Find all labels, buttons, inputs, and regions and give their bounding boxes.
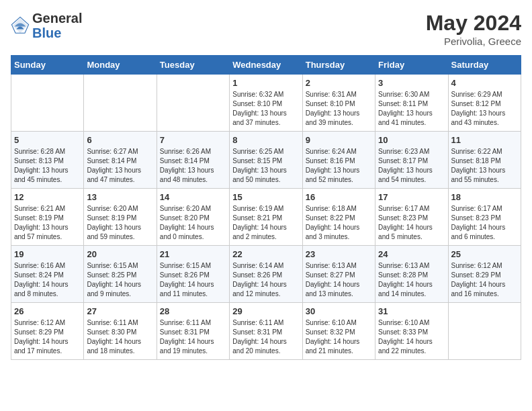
day-number: 23 [306, 249, 372, 259]
calendar-week-row: 12Sunrise: 6:21 AM Sunset: 8:19 PM Dayli… [11, 189, 521, 246]
day-number: 24 [378, 249, 445, 259]
logo-general-text: General [32, 11, 82, 26]
day-number: 3 [378, 78, 445, 88]
logo-icon [11, 16, 30, 35]
calendar-week-row: 26Sunrise: 6:12 AM Sunset: 8:29 PM Dayli… [11, 303, 521, 360]
table-row: 17Sunrise: 6:17 AM Sunset: 8:23 PM Dayli… [375, 189, 448, 246]
day-info: Sunrise: 6:22 AM Sunset: 8:18 PM Dayligh… [451, 147, 518, 185]
table-row: 22Sunrise: 6:14 AM Sunset: 8:26 PM Dayli… [230, 246, 302, 303]
day-number: 30 [306, 306, 372, 316]
day-info: Sunrise: 6:16 AM Sunset: 8:24 PM Dayligh… [14, 261, 81, 299]
table-row [11, 75, 84, 132]
table-row: 28Sunrise: 6:11 AM Sunset: 8:31 PM Dayli… [157, 303, 229, 360]
header-saturday: Saturday [448, 56, 521, 75]
day-number: 9 [306, 135, 372, 145]
day-info: Sunrise: 6:28 AM Sunset: 8:13 PM Dayligh… [14, 147, 81, 185]
header-monday: Monday [84, 56, 157, 75]
calendar-table: Sunday Monday Tuesday Wednesday Thursday… [11, 55, 521, 360]
day-info: Sunrise: 6:26 AM Sunset: 8:14 PM Dayligh… [160, 147, 226, 185]
page-header: General Blue May 2024 Perivolia, Greece [11, 11, 521, 47]
day-info: Sunrise: 6:19 AM Sunset: 8:21 PM Dayligh… [232, 204, 299, 242]
calendar-week-row: 1Sunrise: 6:32 AM Sunset: 8:10 PM Daylig… [11, 75, 521, 132]
day-info: Sunrise: 6:14 AM Sunset: 8:26 PM Dayligh… [232, 261, 299, 299]
table-row: 25Sunrise: 6:12 AM Sunset: 8:29 PM Dayli… [448, 246, 521, 303]
day-number: 19 [14, 249, 81, 259]
logo-blue-text: Blue [32, 26, 61, 40]
header-friday: Friday [375, 56, 448, 75]
table-row [448, 303, 521, 360]
day-number: 11 [451, 135, 518, 145]
table-row: 27Sunrise: 6:11 AM Sunset: 8:30 PM Dayli… [84, 303, 157, 360]
table-row: 14Sunrise: 6:20 AM Sunset: 8:20 PM Dayli… [157, 189, 229, 246]
day-number: 5 [14, 135, 81, 145]
day-info: Sunrise: 6:31 AM Sunset: 8:10 PM Dayligh… [306, 90, 372, 128]
day-info: Sunrise: 6:27 AM Sunset: 8:14 PM Dayligh… [87, 147, 153, 185]
table-row: 19Sunrise: 6:16 AM Sunset: 8:24 PM Dayli… [11, 246, 84, 303]
day-number: 31 [378, 306, 445, 316]
day-number: 8 [232, 135, 299, 145]
day-number: 20 [87, 249, 153, 259]
table-row: 21Sunrise: 6:15 AM Sunset: 8:26 PM Dayli… [157, 246, 229, 303]
day-info: Sunrise: 6:32 AM Sunset: 8:10 PM Dayligh… [232, 90, 299, 128]
table-row [84, 75, 157, 132]
day-number: 27 [87, 306, 153, 316]
table-row: 20Sunrise: 6:15 AM Sunset: 8:25 PM Dayli… [84, 246, 157, 303]
table-row: 1Sunrise: 6:32 AM Sunset: 8:10 PM Daylig… [230, 75, 302, 132]
day-number: 14 [160, 192, 226, 202]
table-row: 16Sunrise: 6:18 AM Sunset: 8:22 PM Dayli… [302, 189, 375, 246]
table-row: 6Sunrise: 6:27 AM Sunset: 8:14 PM Daylig… [84, 132, 157, 189]
day-number: 1 [232, 78, 299, 88]
day-info: Sunrise: 6:20 AM Sunset: 8:19 PM Dayligh… [87, 204, 153, 242]
day-number: 15 [232, 192, 299, 202]
day-info: Sunrise: 6:10 AM Sunset: 8:33 PM Dayligh… [378, 318, 445, 356]
calendar-week-row: 5Sunrise: 6:28 AM Sunset: 8:13 PM Daylig… [11, 132, 521, 189]
logo: General Blue [11, 11, 82, 40]
table-row [157, 75, 229, 132]
day-info: Sunrise: 6:30 AM Sunset: 8:11 PM Dayligh… [378, 90, 445, 128]
day-number: 7 [160, 135, 226, 145]
day-info: Sunrise: 6:17 AM Sunset: 8:23 PM Dayligh… [451, 204, 518, 242]
day-info: Sunrise: 6:12 AM Sunset: 8:29 PM Dayligh… [14, 318, 81, 356]
table-row: 23Sunrise: 6:13 AM Sunset: 8:27 PM Dayli… [302, 246, 375, 303]
day-number: 18 [451, 192, 518, 202]
day-info: Sunrise: 6:17 AM Sunset: 8:23 PM Dayligh… [378, 204, 445, 242]
table-row: 5Sunrise: 6:28 AM Sunset: 8:13 PM Daylig… [11, 132, 84, 189]
day-info: Sunrise: 6:13 AM Sunset: 8:27 PM Dayligh… [306, 261, 372, 299]
table-row: 8Sunrise: 6:25 AM Sunset: 8:15 PM Daylig… [230, 132, 302, 189]
location-subtitle: Perivolia, Greece [426, 36, 521, 47]
day-info: Sunrise: 6:23 AM Sunset: 8:17 PM Dayligh… [378, 147, 445, 185]
day-number: 26 [14, 306, 81, 316]
day-number: 28 [160, 306, 226, 316]
day-number: 17 [378, 192, 445, 202]
table-row: 24Sunrise: 6:13 AM Sunset: 8:28 PM Dayli… [375, 246, 448, 303]
table-row: 29Sunrise: 6:11 AM Sunset: 8:31 PM Dayli… [230, 303, 302, 360]
table-row: 7Sunrise: 6:26 AM Sunset: 8:14 PM Daylig… [157, 132, 229, 189]
table-row: 4Sunrise: 6:29 AM Sunset: 8:12 PM Daylig… [448, 75, 521, 132]
header-sunday: Sunday [11, 56, 84, 75]
day-info: Sunrise: 6:11 AM Sunset: 8:30 PM Dayligh… [87, 318, 153, 356]
day-number: 16 [306, 192, 372, 202]
day-info: Sunrise: 6:20 AM Sunset: 8:20 PM Dayligh… [160, 204, 226, 242]
table-row: 12Sunrise: 6:21 AM Sunset: 8:19 PM Dayli… [11, 189, 84, 246]
day-info: Sunrise: 6:11 AM Sunset: 8:31 PM Dayligh… [232, 318, 299, 356]
day-info: Sunrise: 6:15 AM Sunset: 8:26 PM Dayligh… [160, 261, 226, 299]
header-tuesday: Tuesday [157, 56, 229, 75]
day-number: 6 [87, 135, 153, 145]
table-row: 9Sunrise: 6:24 AM Sunset: 8:16 PM Daylig… [302, 132, 375, 189]
day-number: 21 [160, 249, 226, 259]
logo-text: General Blue [32, 11, 82, 40]
table-row: 2Sunrise: 6:31 AM Sunset: 8:10 PM Daylig… [302, 75, 375, 132]
table-row: 15Sunrise: 6:19 AM Sunset: 8:21 PM Dayli… [230, 189, 302, 246]
table-row: 18Sunrise: 6:17 AM Sunset: 8:23 PM Dayli… [448, 189, 521, 246]
day-number: 25 [451, 249, 518, 259]
day-info: Sunrise: 6:13 AM Sunset: 8:28 PM Dayligh… [378, 261, 445, 299]
table-row: 10Sunrise: 6:23 AM Sunset: 8:17 PM Dayli… [375, 132, 448, 189]
header-thursday: Thursday [302, 56, 375, 75]
table-row: 13Sunrise: 6:20 AM Sunset: 8:19 PM Dayli… [84, 189, 157, 246]
calendar-week-row: 19Sunrise: 6:16 AM Sunset: 8:24 PM Dayli… [11, 246, 521, 303]
day-number: 13 [87, 192, 153, 202]
header-wednesday: Wednesday [230, 56, 302, 75]
day-info: Sunrise: 6:10 AM Sunset: 8:32 PM Dayligh… [306, 318, 372, 356]
day-info: Sunrise: 6:29 AM Sunset: 8:12 PM Dayligh… [451, 90, 518, 128]
calendar-header-row: Sunday Monday Tuesday Wednesday Thursday… [11, 56, 521, 75]
